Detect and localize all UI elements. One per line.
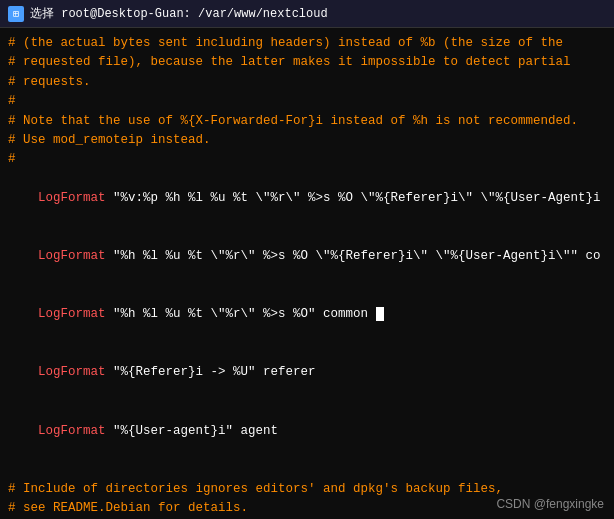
line-1: # (the actual bytes sent including heade… (8, 34, 606, 53)
line-7: # (8, 150, 606, 169)
terminal: # (the actual bytes sent including heade… (0, 28, 614, 519)
line-3: # requests. (8, 73, 606, 92)
line-logformat1: LogFormat "%v:%p %h %l %u %t \"%r\" %>s … (8, 170, 606, 228)
watermark: CSDN @fengxingke (496, 497, 604, 511)
line-logformat5: LogFormat "%{User-agent}i" agent (8, 402, 606, 460)
line-2: # requested file), because the latter ma… (8, 53, 606, 72)
line-logformat4: LogFormat "%{Referer}i -> %U" referer (8, 344, 606, 402)
title-bar-text: 选择 root@Desktop-Guan: /var/www/nextcloud (30, 5, 328, 22)
line-blank1 (8, 460, 606, 479)
line-5: # Note that the use of %{X-Forwarded-For… (8, 112, 606, 131)
line-logformat3: LogFormat "%h %l %u %t \"%r\" %>s %O" co… (8, 286, 606, 344)
line-logformat2: LogFormat "%h %l %u %t \"%r\" %>s %O \"%… (8, 228, 606, 286)
cursor (376, 307, 384, 321)
title-bar-icon: ⊞ (8, 6, 24, 22)
title-bar: ⊞ 选择 root@Desktop-Guan: /var/www/nextclo… (0, 0, 614, 28)
line-6: # Use mod_remoteip instead. (8, 131, 606, 150)
line-4: # (8, 92, 606, 111)
